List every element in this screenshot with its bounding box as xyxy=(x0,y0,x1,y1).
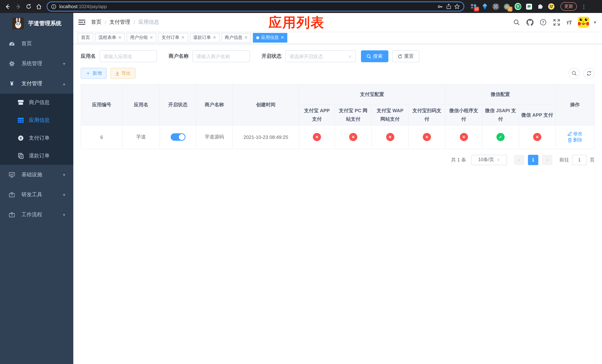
cell-wechat-app: ✕ xyxy=(519,125,556,149)
tag-process-form[interactable]: 流程表单✕ xyxy=(95,33,125,43)
sidebar-item-merchant-info[interactable]: 商户信息 xyxy=(0,94,73,111)
download-icon xyxy=(115,71,119,76)
sidebar-item-system[interactable]: 系统管理 ▼ xyxy=(0,54,73,74)
extension-chat-icon[interactable] xyxy=(526,3,532,10)
merchant-name-label: 商户名称 xyxy=(169,53,189,60)
prev-page-button[interactable]: ‹ xyxy=(514,155,524,165)
sidebar-item-refund-orders[interactable]: 退款订单 xyxy=(0,147,73,165)
tag-label: 首页 xyxy=(81,34,90,41)
monitor-chart-icon xyxy=(9,172,15,178)
dashboard-icon xyxy=(9,41,15,47)
toggle-search-button[interactable] xyxy=(569,68,580,79)
close-icon[interactable]: ✕ xyxy=(281,35,284,40)
tag-app-info[interactable]: 应用信息✕ xyxy=(253,33,287,43)
chrome-menu-icon[interactable]: ⋮ xyxy=(581,3,586,10)
search-icon[interactable] xyxy=(513,19,520,26)
table-grid-icon xyxy=(18,117,24,123)
share-icon[interactable] xyxy=(446,4,451,9)
sidebar-item-label: 商户信息 xyxy=(29,99,66,106)
current-page[interactable]: 1 xyxy=(528,155,538,165)
avatar-caret-icon[interactable]: ▼ xyxy=(593,20,597,24)
col-merchant: 商户名称 xyxy=(196,84,233,125)
profile-avatar-emoji[interactable] xyxy=(548,3,555,10)
home-icon[interactable] xyxy=(35,2,43,11)
page-size-select[interactable]: 10条/页 ∨ xyxy=(471,155,507,165)
chevron-up-icon: ▲ xyxy=(62,82,66,86)
export-button[interactable]: 导出 xyxy=(110,68,136,79)
sidebar-item-label: 应用信息 xyxy=(29,117,66,124)
close-icon[interactable]: ✕ xyxy=(244,35,248,40)
close-icon[interactable]: ✕ xyxy=(118,35,121,40)
edit-link[interactable]: 修改 xyxy=(568,130,582,137)
extension-recorder-icon[interactable]: 1 xyxy=(504,3,510,10)
reload-icon[interactable] xyxy=(24,2,32,11)
config-status-icon: ✕ xyxy=(386,133,394,141)
sidebar-logo[interactable]: 芋道管理系统 xyxy=(0,13,73,34)
user-avatar[interactable] xyxy=(578,17,589,28)
tag-pay-orders[interactable]: 支付订单✕ xyxy=(158,33,188,43)
help-icon[interactable]: ? xyxy=(540,19,547,26)
status-select[interactable]: ∨ xyxy=(285,50,356,62)
merchant-name-input[interactable] xyxy=(196,54,246,59)
config-status-icon: ✕ xyxy=(460,133,468,141)
sidebar-collapse-icon[interactable] xyxy=(78,19,86,26)
site-info-icon[interactable] xyxy=(51,4,56,9)
extensions-puzzle-icon[interactable] xyxy=(537,3,544,10)
breadcrumb-home[interactable]: 首页 xyxy=(91,19,101,26)
col-actions: 操作 xyxy=(556,84,594,125)
github-icon[interactable] xyxy=(526,19,533,26)
reset-button[interactable]: 重置 xyxy=(392,50,419,62)
sidebar-item-pay-orders[interactable]: ¥ 支付订单 xyxy=(0,129,73,147)
refresh-button[interactable] xyxy=(583,68,595,79)
cell-alipay-wap: ✕ xyxy=(372,125,408,149)
status-select-input[interactable] xyxy=(289,54,349,59)
extension-y-icon[interactable]: Y xyxy=(515,3,521,10)
next-page-button[interactable]: › xyxy=(542,155,552,165)
page-size-value: 10条/页 xyxy=(478,157,494,163)
password-key-icon[interactable] xyxy=(437,3,443,10)
app-name-input[interactable] xyxy=(104,54,153,59)
sidebar-item-home[interactable]: 首页 xyxy=(0,34,73,54)
search-button[interactable]: 搜索 xyxy=(361,50,388,62)
back-icon[interactable] xyxy=(4,2,12,11)
sidebar-item-payment[interactable]: ¥ 支付管理 ▲ xyxy=(0,74,73,94)
breadcrumb-separator: / xyxy=(134,19,135,25)
status-toggle[interactable] xyxy=(171,133,185,141)
extension-command-icon[interactable]: ⌘ xyxy=(492,3,499,10)
forward-icon[interactable] xyxy=(14,2,22,11)
address-bar[interactable]: localhost:1024/pay/app xyxy=(47,1,464,11)
breadcrumb-current: 应用信息 xyxy=(139,19,159,26)
add-button[interactable]: ＋ 新增 xyxy=(81,68,107,79)
trash-icon xyxy=(568,138,572,143)
close-icon[interactable]: ✕ xyxy=(181,35,184,40)
chrome-update-button[interactable]: 更新 xyxy=(560,2,577,11)
sidebar-item-workflow[interactable]: 工作流程 ▼ xyxy=(0,205,73,225)
config-status-icon: ✓ xyxy=(496,133,505,141)
breadcrumb-payment[interactable]: 支付管理 xyxy=(110,19,130,26)
sidebar-item-infrastructure[interactable]: 基础设施 ▼ xyxy=(0,165,73,185)
tag-refund-orders[interactable]: 退款订单✕ xyxy=(190,33,219,43)
bookmark-star-icon[interactable] xyxy=(454,4,460,9)
cell-alipay-pc: ✕ xyxy=(335,125,372,149)
screen: localhost:1024/pay/app 10 ⌘ xyxy=(0,0,602,364)
col-wechat-jsapi: 微信 JSAPI 支付 xyxy=(482,105,519,125)
active-dot xyxy=(256,36,259,39)
goto-page-input[interactable] xyxy=(572,155,587,165)
close-icon[interactable]: ✕ xyxy=(150,35,153,40)
close-icon[interactable]: ✕ xyxy=(213,35,216,40)
url-text[interactable]: localhost:1024/pay/app xyxy=(59,4,434,9)
tag-user-group[interactable]: 用户分组✕ xyxy=(127,33,156,43)
col-alipay-qr: 支付宝扫码支付 xyxy=(408,105,445,125)
extension-gem-icon[interactable] xyxy=(481,3,488,10)
fullscreen-icon[interactable] xyxy=(553,19,560,26)
tag-merchant-info[interactable]: 商户信息✕ xyxy=(221,33,251,43)
tag-home[interactable]: 首页 xyxy=(78,33,93,43)
extension-sketch-icon[interactable]: 10 xyxy=(470,3,477,10)
sidebar-item-label: 研发工具 xyxy=(22,192,55,198)
delete-link[interactable]: 删除 xyxy=(568,137,582,143)
sidebar: 芋道管理系统 首页 系统管理 ▼ ¥ 支付管理 ▲ xyxy=(0,13,73,364)
cell-app-name: 芋道 xyxy=(122,125,160,149)
font-size-icon[interactable]: ᴛT xyxy=(566,19,572,25)
sidebar-item-app-info[interactable]: 应用信息 xyxy=(0,111,73,129)
sidebar-item-dev-tools[interactable]: 研发工具 ▼ xyxy=(0,185,73,205)
